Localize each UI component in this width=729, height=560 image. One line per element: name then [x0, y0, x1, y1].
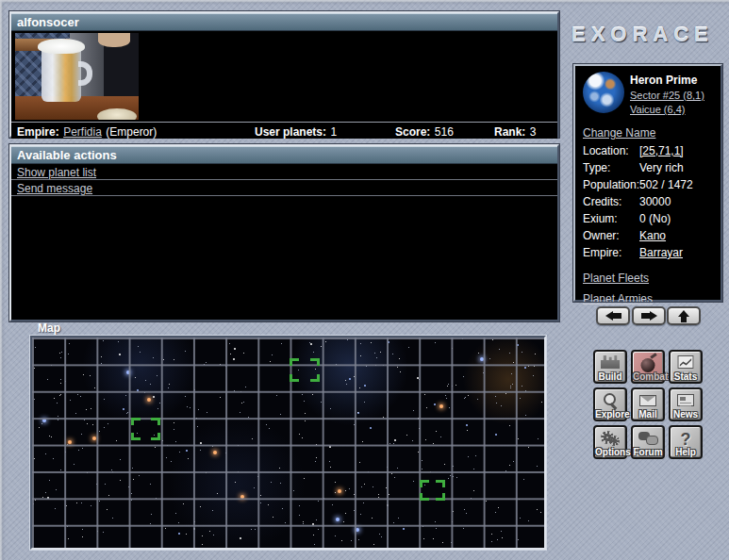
planet-empire-link[interactable]: Barrayar [639, 246, 683, 259]
user-panel-titlebar: alfonsocer [11, 13, 557, 31]
credits-value: 30000 [639, 194, 671, 211]
avatar-arm [98, 33, 130, 47]
avatar-beer-foam [38, 39, 85, 54]
rank-value: 3 [530, 125, 537, 139]
user-name: alfonsocer [17, 15, 79, 29]
magnifier-icon [602, 393, 619, 409]
empire-rank-suffix: (Emperor) [106, 125, 157, 139]
mail-button[interactable]: Mail [631, 387, 665, 421]
explore-button[interactable]: Explore [593, 387, 627, 421]
planet-empire-label: Empire: [583, 245, 639, 262]
location-link[interactable]: [25,71,1] [639, 144, 684, 157]
population-label: Population: [583, 177, 639, 194]
show-planet-list-link[interactable]: Show planet list [17, 166, 96, 179]
system-link[interactable]: Vaicue (6,4) [630, 104, 704, 115]
population-value: 502 / 1472 [639, 177, 693, 194]
envelope-icon [639, 395, 656, 406]
planet-info-panel: Heron Prime Sector #25 (8,1) Vaicue (6,4… [573, 64, 722, 302]
planet-info-row-population: Population: 502 / 1472 [575, 177, 721, 194]
up-arrow-icon [678, 310, 689, 322]
map-label: Map [38, 321, 60, 335]
exium-label: Exium: [583, 211, 639, 228]
empire-label: Empire: [17, 125, 59, 139]
user-photo-area [11, 31, 557, 122]
score-label: Score: [395, 125, 430, 139]
planet-name: Heron Prime [630, 74, 704, 87]
exium-value: 0 (No) [639, 211, 671, 228]
sector-link[interactable]: Sector #25 (8,1) [630, 90, 704, 101]
nav-up-button[interactable] [667, 306, 701, 325]
planet-info-row-owner: Owner: Kano [575, 228, 721, 245]
map-selection-bracket [131, 418, 160, 440]
star-map[interactable] [30, 336, 546, 550]
news-button[interactable]: News [669, 387, 703, 421]
map-selection-bracket [420, 480, 445, 501]
map-selection-bracket [290, 358, 320, 382]
options-button[interactable]: Options [593, 425, 627, 459]
planet-armies-link[interactable]: Planet Armies [583, 292, 721, 305]
owner-link[interactable]: Kano [639, 229, 666, 242]
planet-info-row-type: Type: Very rich [575, 160, 721, 177]
planet-info-row-credits: Credits: 30000 [575, 194, 721, 211]
combat-button[interactable]: Combat [631, 350, 665, 384]
avatar-plate [97, 108, 137, 120]
newspaper-icon [677, 394, 694, 406]
speech-bubbles-icon [638, 431, 657, 446]
nav-right-button[interactable] [632, 306, 666, 325]
available-actions-panel: Available actions Show planet list Send … [9, 144, 559, 321]
build-icon [601, 355, 620, 369]
user-panel: alfonsocer Empire: Perfidia (Emperor) [9, 11, 559, 138]
planet-fleets-link[interactable]: Planet Fleets [583, 272, 721, 285]
right-arrow-icon [641, 311, 657, 321]
exorace-logo: EXORACE [572, 23, 708, 47]
owner-label: Owner: [583, 228, 639, 245]
planet-header: Heron Prime Sector #25 (8,1) Vaicue (6,4… [575, 72, 721, 121]
send-message-link[interactable]: Send message [17, 182, 92, 195]
change-name-link[interactable]: Change Name [583, 126, 655, 140]
planet-info-row-exium: Exium: 0 (No) [575, 211, 721, 228]
credits-label: Credits: [583, 194, 639, 211]
nav-left-button[interactable] [596, 306, 630, 325]
user-planets-label: User planets: [255, 125, 326, 139]
planet-earth-icon [583, 72, 624, 113]
question-mark-icon: ? [681, 431, 691, 448]
user-planets-value: 1 [330, 125, 337, 139]
forum-button[interactable]: Forum [631, 425, 665, 459]
rank-label: Rank: [494, 125, 525, 139]
chart-icon [678, 355, 694, 369]
location-label: Location: [583, 143, 639, 160]
stats-button[interactable]: Stats [669, 350, 703, 384]
left-arrow-icon [605, 311, 621, 321]
planet-info-row-location: Location: [25,71,1] [575, 143, 721, 160]
avatar-beer-mug [41, 47, 81, 102]
help-button[interactable]: ? Help [669, 425, 703, 459]
available-actions-title: Available actions [17, 148, 117, 162]
available-actions-titlebar: Available actions [11, 146, 557, 164]
empire-link[interactable]: Perfidia [63, 125, 102, 139]
type-label: Type: [583, 160, 639, 177]
bomb-icon [641, 358, 655, 372]
user-avatar-photo [15, 33, 139, 120]
build-button[interactable]: Build [593, 350, 627, 384]
starfield [32, 338, 544, 548]
user-stats-strip: Empire: Perfidia (Emperor) User planets:… [11, 122, 557, 139]
exorace-page: alfonsocer Empire: Perfidia (Emperor) [0, 0, 729, 560]
planet-info-row-empire: Empire: Barrayar [575, 245, 721, 262]
type-value: Very rich [639, 160, 684, 177]
score-value: 516 [435, 125, 454, 139]
gears-icon [601, 431, 620, 447]
